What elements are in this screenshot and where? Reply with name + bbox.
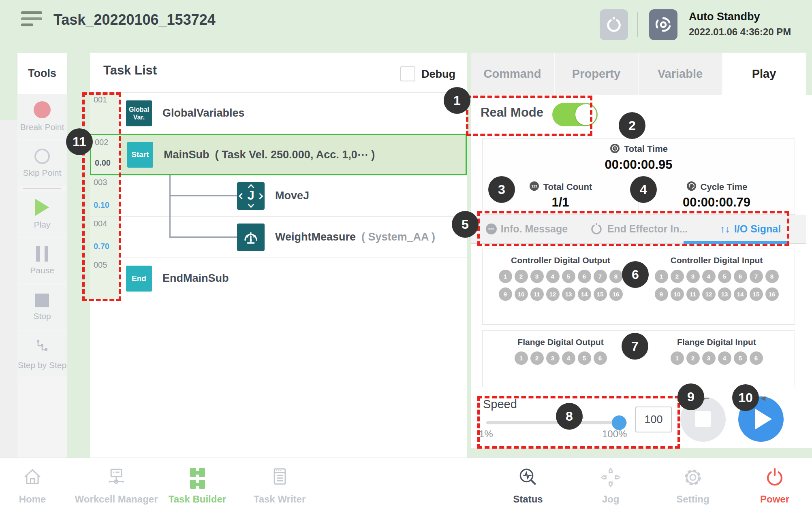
task-list-panel: Task List Debug 001Global Var.GlobalVari… (90, 53, 467, 458)
tool-button-step-by-step[interactable]: Step by Step (17, 331, 67, 377)
total-count-cell: 123Total Count 1/1 (483, 176, 639, 214)
breakpoint-icon (34, 101, 51, 118)
play-button[interactable] (738, 396, 784, 442)
datetime: 2022.01.06 4:36:20 PM (689, 26, 791, 38)
task-row[interactable]: 0040.70WeightMeasure( System_AA ) (90, 217, 467, 258)
nav-item-status[interactable]: Status (483, 464, 573, 505)
line-number: 002 (95, 138, 108, 147)
io-indicator: 2 (515, 270, 528, 283)
debug-checkbox[interactable] (400, 66, 415, 81)
tree-line (169, 195, 237, 196)
task-writer-icon (268, 466, 291, 489)
nav-item-workcell-manager[interactable]: Workcell Manager (72, 464, 161, 505)
tool-button-stop[interactable]: Stop (17, 285, 67, 330)
tools-divider (23, 188, 61, 189)
task-row-label: EndMainSub (162, 272, 229, 285)
speed-slider-track[interactable] (486, 421, 627, 424)
io-indicator: 16 (609, 287, 623, 301)
movej-icon: J (237, 182, 265, 210)
nav-item-label: Status (513, 494, 543, 505)
tool-button-skip-point[interactable]: Skip Point (17, 141, 67, 186)
io-indicator: 1 (671, 351, 684, 365)
tool-button-pause[interactable]: Pause (17, 238, 67, 283)
nav-item-task-writer[interactable]: Task Writer (235, 464, 324, 505)
nav-item-label: Jog (602, 494, 620, 505)
io-indicator: 7 (750, 270, 763, 283)
io-indicator: 6 (578, 270, 591, 283)
status-icon (517, 466, 539, 489)
io-indicator: 16 (765, 287, 779, 301)
io-tab-info-message[interactable]: •••Info. Message (471, 215, 583, 243)
line-number-cell: 001 (90, 93, 120, 134)
nav-item-label: Home (19, 494, 46, 505)
nav-item-icon (190, 464, 205, 489)
nav-item-icon (105, 464, 128, 489)
tab-variable[interactable]: Variable (639, 53, 722, 95)
page-title: Task_20220106_153724 (53, 11, 216, 28)
flange-io-box: Flange Digital Output123456Flange Digita… (482, 330, 795, 387)
nav-item-setting[interactable]: Setting (648, 464, 737, 505)
gripper-button[interactable] (600, 9, 628, 40)
right-panel-tabs: CommandPropertyVariablePlay (471, 53, 806, 95)
io-indicator: 8 (609, 270, 623, 283)
real-mode-label: Real Mode (481, 105, 543, 120)
nav-item-task-builder[interactable]: Task Builder (153, 464, 242, 505)
nav-item-jog[interactable]: Jog (566, 464, 655, 505)
nav-item-icon (517, 464, 539, 489)
io-group-controller-digital-output: Controller Digital Output123456789101112… (483, 249, 639, 324)
io-tab-end-effector-in-[interactable]: End Effector In... (583, 215, 694, 243)
nav-item-label: Task Writer (254, 494, 306, 505)
io-indicator: 12 (702, 287, 716, 301)
total-count-value: 1/1 (551, 195, 569, 210)
speed-value-input[interactable]: 100 (635, 407, 672, 432)
io-indicator: 6 (750, 351, 763, 365)
stop-button[interactable] (680, 396, 726, 442)
task-row-sublabel: ( System_AA ) (361, 231, 435, 243)
io-tab-label: I/O Signal (734, 223, 781, 235)
task-row[interactable]: 0020.00StartMainSub( Task Vel. 250.000, … (90, 134, 467, 175)
tool-button-play[interactable]: Play (17, 192, 67, 237)
robot-status: Auto Standby (689, 11, 791, 23)
task-row[interactable]: 0030.10JMoveJ (90, 175, 467, 217)
io-indicator: 14 (578, 287, 591, 301)
task-row[interactable]: 001Global Var.GlobalVariables (90, 93, 467, 134)
io-indicator: 3 (530, 270, 544, 283)
active-tab-underline (684, 241, 788, 244)
speed-slider-thumb[interactable] (612, 415, 626, 430)
tool-button-label: Stop (33, 311, 51, 321)
total-count-label: Total Count (543, 182, 592, 192)
io-indicator: 3 (686, 270, 700, 283)
tab-play[interactable]: Play (722, 53, 806, 95)
count-icon: 123 (529, 181, 540, 192)
io-tab-i-o-signal[interactable]: ↑↓I/O Signal (694, 215, 806, 243)
real-mode-toggle[interactable] (552, 103, 598, 126)
io-indicator: 14 (734, 287, 747, 301)
nav-item-label: Power (760, 494, 789, 505)
stats-box: Total Time 00:00:00.95 123Total Count 1/… (482, 138, 795, 215)
io-indicator: 7 (594, 270, 607, 283)
task-row-content: JMoveJ (120, 175, 467, 216)
robot-mode-button[interactable] (649, 9, 677, 40)
nav-item-label: Workcell Manager (75, 494, 158, 505)
line-time: 0.10 (94, 200, 109, 210)
tool-button-label: Break Point (20, 122, 64, 132)
message-icon: ••• (486, 224, 497, 234)
menu-icon[interactable] (21, 11, 42, 29)
tab-command[interactable]: Command (471, 53, 555, 95)
io-indicator-row: 123456 (515, 351, 607, 365)
tool-button-label: Skip Point (23, 168, 62, 178)
nav-item-power[interactable]: Power (730, 464, 812, 505)
task-builder-icon (190, 468, 205, 489)
nav-item-home[interactable]: Home (0, 464, 77, 505)
io-indicator: 13 (562, 287, 575, 301)
cycle-icon (686, 181, 697, 192)
task-row[interactable]: 005EndEndMainSub (90, 258, 467, 299)
tools-header: Tools (17, 53, 67, 94)
io-indicator: 3 (546, 351, 560, 365)
tab-property[interactable]: Property (555, 53, 639, 95)
tool-button-break-point[interactable]: Break Point (17, 94, 67, 139)
bottom-navbar: HomeWorkcell ManagerTask BuilderTask Wri… (0, 458, 812, 511)
nav-item-label: Setting (676, 494, 709, 505)
line-number: 001 (94, 95, 107, 104)
io-group-controller-digital-input: Controller Digital Input1234567891011121… (639, 249, 795, 324)
